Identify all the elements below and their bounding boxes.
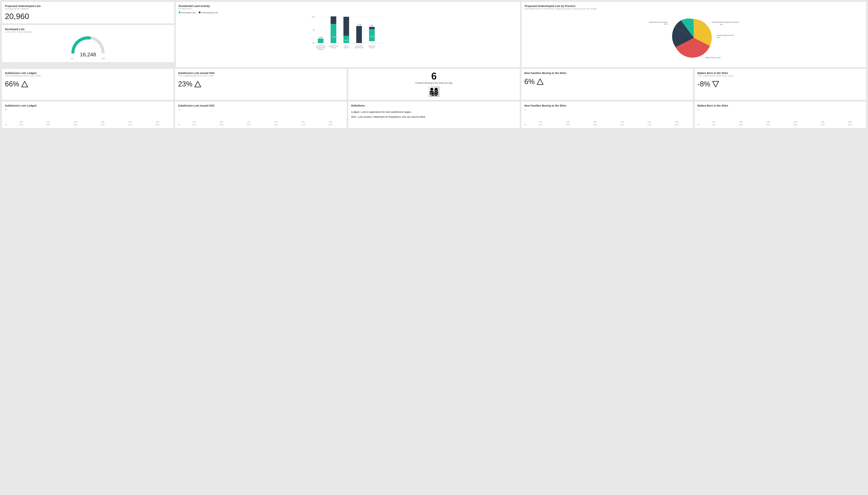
svg-text:Cardinia Road: Cardinia Road	[329, 45, 338, 47]
proposed-undeveloped-value: 20,960	[5, 12, 171, 21]
residential-bar-chart-svg: 10K 5K 0K 1,849 3,182 7,989 7,919 3,000 …	[179, 15, 517, 62]
bar-pak-dev	[369, 29, 375, 41]
legend-undeveloped: Undeveloped Lots	[199, 12, 218, 14]
sub-lodged-stat-value: 66%	[5, 80, 170, 88]
svg-text:3,182: 3,182	[331, 22, 336, 23]
svg-text:Precinct: Precinct	[331, 47, 336, 49]
svg-text:1,849: 1,849	[319, 36, 323, 38]
lodged-term: Lodged	[351, 111, 359, 113]
sub-lodged-number: 66%	[5, 80, 19, 88]
y-axis-lodged: 2K0K	[5, 109, 8, 125]
svg-text:Precinct: Precinct	[343, 47, 349, 49]
bab-bar-1819: 0.9K 18/19	[836, 121, 863, 125]
families-label: Families Moving to the Shire per Day	[351, 82, 517, 84]
bab-bar-1718: 1.6K 17/18	[810, 121, 836, 125]
svg-marker-29	[713, 81, 719, 87]
bar-wrapper-1516: 2.9K 15/16	[62, 121, 89, 125]
pie-label-emp: Cardinia Road Employment Precinct	[712, 21, 739, 23]
developed-dot	[179, 12, 181, 13]
definitions-lodged: Lodged - Lots in application for new sub…	[351, 110, 517, 114]
soc-def: - Lots issued a 'Statement of Compliance…	[356, 116, 426, 118]
lodged-bars-container: 1.3K 13/14 2.1K 14/15 2.9K 15/16	[8, 109, 170, 125]
families-per-day-card: 6 Families Moving to the Shire per Day 👨…	[348, 69, 520, 100]
new-families-stat-value: 6%	[524, 78, 690, 86]
soc-bars-container: 1.1K 13/14 1.5K 14/15 1.7K 15/16	[181, 109, 343, 125]
svg-marker-28	[537, 79, 543, 85]
pie-label-cardinia: Cardinia Road Precinct	[716, 34, 734, 36]
fam-bar-1415: 1.5K 14/15	[555, 121, 581, 125]
svg-text:Precinct: Precinct	[369, 47, 375, 49]
svg-text:Officer: Officer	[344, 45, 348, 47]
bab-bar-1314: 1.4K 13/14	[700, 121, 727, 125]
svg-text:862: 862	[371, 25, 373, 27]
svg-text:East Precinct: East Precinct	[355, 47, 364, 49]
soc-bar-1314: 1.1K 13/14	[181, 121, 207, 125]
svg-text:7,148: 7,148	[357, 24, 361, 25]
subdivision-lodged-stat-card: Subdivision Lots Lodged YTD COMPARISON W…	[2, 69, 173, 100]
row2-stats: Subdivision Lots Lodged YTD COMPARISON W…	[2, 69, 866, 100]
sub-soc-stat-value: 23%	[178, 80, 343, 88]
svg-text:Pakenham: Pakenham	[368, 45, 376, 47]
arrow-up-icon-3	[537, 78, 544, 85]
family-emoji: 👨‍👩‍👧‍👦	[351, 86, 517, 97]
babies-bars-container: 1.4K 13/14 1.5K 14/15 1.6K 15/16	[700, 109, 863, 125]
pie-label-pakeast: Pakenham East Precinct	[649, 21, 668, 23]
fam-bar-1819: 1.3K 18/19	[663, 121, 690, 125]
pie-chart-svg: Pakenham East Precinct 34% Officer Preci…	[525, 12, 863, 64]
pie-subtitle: DISTRIBUTION OF PROPOSED UNDEVELOPED LOT…	[525, 8, 863, 10]
soc-bar-1718: 1.7K 17/18	[290, 121, 317, 125]
definitions-title: Definitions	[351, 104, 517, 107]
babies-stat-value: -8%	[698, 80, 863, 88]
gauge-min: 0K	[71, 57, 73, 60]
proposed-undeveloped-card: Proposed Undeveloped Lots FUTURE DEVELOP…	[2, 2, 174, 23]
lodged-def: - Lots in application for new subdivisio…	[359, 111, 411, 113]
bar-pak-und	[369, 27, 375, 29]
bar-off-und	[343, 17, 349, 36]
sub-soc-chart-card: Subdivision Lots Issued SOC 2K0K 1.1K 13…	[175, 102, 346, 128]
y-axis-babies: 2K0K	[698, 109, 700, 125]
sub-lodged-stat-subtitle: YTD COMPARISON WITH LAST YEAR	[5, 75, 170, 77]
y-axis-soc: 2K0K	[178, 109, 181, 125]
bar-car-dev	[330, 24, 336, 43]
soc-bar-1415: 1.5K 14/15	[208, 121, 235, 125]
svg-marker-26	[22, 81, 28, 87]
bar-wrapper-1314: 1.3K 13/14	[8, 121, 34, 125]
sub-soc-number: 23%	[178, 80, 192, 88]
pie-title: Proposed Undeveloped Lots by Precinct	[525, 4, 863, 7]
gauge-svg	[70, 35, 106, 53]
sub-soc-stat-title: Subdivision Lots Issued SOC	[178, 71, 343, 74]
sub-soc-stat-subtitle: YTD COMPARISON WITH LAST YEAR	[178, 75, 343, 77]
babies-born-chart-card: Babies Born in the Shire 2K0K 1.4K 13/14…	[695, 102, 866, 128]
bab-bar-1617: 1.6K 16/17	[782, 121, 809, 125]
y-axis-families: 2K0K	[524, 109, 527, 125]
pie-pct-cardinia: 15%	[716, 36, 720, 38]
bar-emp-dev	[318, 39, 323, 43]
developed-lots-card: Developed Lots LOTS WITH TITLES ISSUED 1…	[2, 25, 174, 62]
undeveloped-dot	[199, 12, 201, 13]
babies-chart-title: Babies Born in the Shire	[698, 104, 863, 107]
row3-charts: Subdivision Lots Lodged 2K0K 1.3K 13/14 …	[2, 102, 866, 128]
definitions-card: Definitions Lodged - Lots in application…	[348, 102, 520, 128]
soc-bar-1617: 2.1K 16/17	[263, 121, 289, 125]
bar-pakeast-und	[356, 26, 362, 43]
residential-land-subtitle: BY PRECINCT	[179, 8, 517, 10]
families-bars-container: 1.1K 13/14 1.5K 14/15 1.6K 15/16	[527, 109, 690, 125]
new-families-chart-title: New Families Moving to the Shire	[524, 104, 690, 107]
gauge-container: 16,248 0K 37K	[5, 35, 171, 60]
fam-bar-1718: 2.1K 17/18	[636, 121, 663, 125]
fam-bar-1617: 1.7K 16/17	[609, 121, 635, 125]
babies-number: -8%	[698, 80, 710, 88]
new-families-stat-title: New Families Moving to the Shire	[524, 71, 690, 74]
developed-lots-value: 16,248	[80, 52, 96, 57]
svg-text:Cardinia Road: Cardinia Road	[316, 45, 325, 47]
new-families-stat-card: New Families Moving to the Shire 6%	[521, 69, 693, 100]
babies-born-stat-card: Babies Born in the Shire YTD COMPARISON …	[695, 69, 866, 100]
fam-bar-1314: 1.1K 13/14	[527, 121, 554, 125]
sub-lodged-chart-card: Subdivision Lots Lodged 2K0K 1.3K 13/14 …	[2, 102, 173, 128]
svg-text:3,000: 3,000	[344, 39, 348, 41]
soc-term: SOC	[351, 116, 356, 118]
bar-wrapper-1718: 1.9K 17/18	[117, 121, 143, 125]
svg-text:Employment: Employment	[317, 47, 325, 49]
proposed-undeveloped-subtitle: FUTURE DEVELOPMENT	[5, 8, 171, 10]
arrow-up-icon-2	[194, 81, 201, 88]
